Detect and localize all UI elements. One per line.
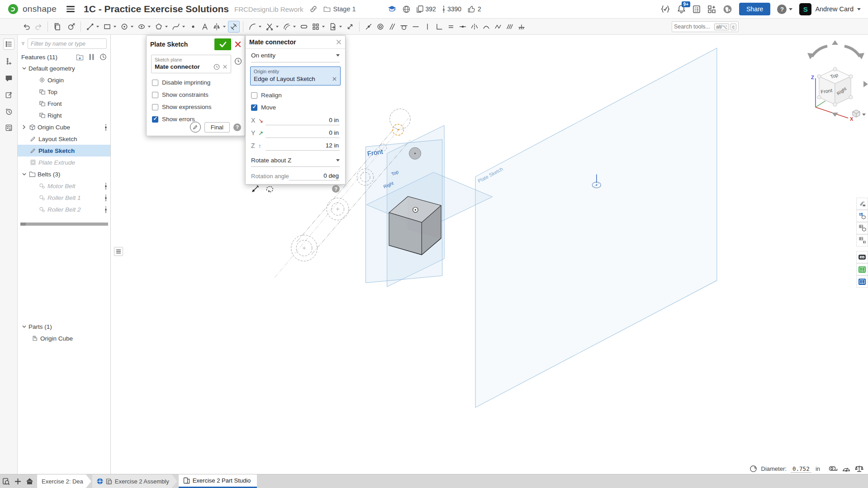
chevron-down-icon[interactable]: [20, 325, 28, 328]
featurescript-panel-icon[interactable]: [856, 251, 868, 263]
stat-views[interactable]: 3390: [442, 5, 461, 13]
new-folder-icon[interactable]: [76, 54, 84, 61]
tree-item-roller-belt-2[interactable]: Roller Belt 2: [18, 204, 110, 215]
fillet-tool-icon[interactable]: [247, 21, 258, 33]
show-constraints-checkbox[interactable]: Show constraints: [152, 89, 245, 101]
text-tool-icon[interactable]: [199, 21, 211, 33]
checkbox-unchecked[interactable]: [152, 104, 158, 110]
education-icon[interactable]: [388, 5, 396, 13]
user-menu[interactable]: S Andrew Card: [799, 3, 861, 15]
offset-tool-icon[interactable]: [281, 21, 293, 33]
pattern-tool-icon[interactable]: [310, 21, 322, 33]
flip-primary-axis-icon[interactable]: [251, 185, 260, 193]
documentation-panel-icon[interactable]: [856, 275, 868, 288]
x-offset-value[interactable]: 0 in: [266, 115, 340, 125]
spline-tool-menu[interactable]: [182, 26, 185, 28]
home-tab-button[interactable]: [24, 474, 35, 488]
cancel-icon[interactable]: [235, 41, 241, 47]
polygon-tool-menu[interactable]: [165, 26, 168, 28]
constraint-coincident-icon[interactable]: [363, 21, 375, 33]
feature-list-panel-icon[interactable]: [3, 38, 14, 50]
search-tools-box[interactable]: alt/⌥ c: [672, 21, 739, 32]
constraint-parallel-icon[interactable]: [386, 21, 398, 33]
ellipse-tool-menu[interactable]: [148, 26, 151, 28]
suppress-pause-icon[interactable]: [89, 54, 94, 60]
tree-item-origin[interactable]: Origin: [18, 74, 110, 86]
move-checkbox[interactable]: Move: [251, 101, 345, 114]
help-icon[interactable]: ?: [332, 185, 340, 193]
section-scale-icon[interactable]: [855, 465, 863, 473]
rotation-angle-value[interactable]: 0 deg: [289, 171, 340, 180]
chevron-down-icon[interactable]: [20, 173, 28, 175]
help-icon[interactable]: ?: [233, 123, 241, 131]
constraint-equal-icon[interactable]: [445, 21, 457, 33]
checkbox-unchecked[interactable]: [152, 92, 158, 98]
search-tools-input[interactable]: [674, 24, 713, 30]
constraint-vertical-icon[interactable]: [422, 21, 433, 33]
close-icon[interactable]: [336, 39, 342, 45]
transform-tool-icon[interactable]: [344, 21, 356, 33]
trim-tool-icon[interactable]: [264, 21, 275, 33]
learning-center-panel-icon[interactable]: [856, 263, 868, 275]
sketch-plane-field[interactable]: Sketch plane Mate connector: [151, 55, 231, 73]
checkbox-checked[interactable]: [251, 104, 257, 111]
show-expressions-checkbox[interactable]: Show expressions: [152, 101, 245, 113]
comments-panel-icon[interactable]: [3, 73, 14, 84]
undo-button[interactable]: [21, 21, 33, 33]
constraint-concentric-icon[interactable]: [375, 21, 386, 33]
chevron-right-icon[interactable]: [20, 125, 28, 129]
tree-item-front-plane[interactable]: Front: [18, 98, 110, 109]
plate-sketch-dialog-header[interactable]: Plate Sketch: [147, 36, 245, 53]
tree-item-plate-sketch[interactable]: Plate Sketch: [18, 145, 110, 156]
checkbox-unchecked[interactable]: [251, 92, 257, 99]
rotation-axis-select[interactable]: Rotate about Z: [251, 154, 340, 167]
main-menu-icon[interactable]: [66, 6, 75, 12]
pattern-tool-menu[interactable]: [322, 26, 325, 28]
slot-tool-icon[interactable]: [298, 21, 310, 33]
tab-exercise-2-part-studio[interactable]: Exercise 2 Part Studio: [179, 474, 257, 488]
mass-properties-icon[interactable]: [842, 465, 851, 473]
tree-item-plate-extrude[interactable]: Plate Extrude: [18, 156, 110, 168]
trim-tool-menu[interactable]: [276, 26, 279, 28]
tree-item-right-plane[interactable]: Right: [18, 109, 110, 121]
tree-item-roller-belt-1[interactable]: Roller Belt 1: [18, 192, 110, 204]
placement-mode-select[interactable]: On entity: [251, 49, 340, 62]
tree-item-origin-cube[interactable]: Origin Cube: [18, 121, 110, 133]
tasks-icon[interactable]: [693, 5, 701, 14]
line-tool-icon[interactable]: [84, 21, 96, 33]
disable-imprinting-checkbox[interactable]: Disable imprinting: [152, 76, 245, 89]
accept-button[interactable]: [214, 38, 231, 50]
final-button[interactable]: Final: [204, 122, 230, 133]
rectangle-tool-icon[interactable]: [101, 21, 113, 33]
ai-assistant-icon[interactable]: [723, 5, 732, 14]
ellipse-tool-icon[interactable]: [136, 21, 147, 33]
share-button[interactable]: Share: [739, 3, 770, 15]
configurations-panel-icon[interactable]: [856, 210, 868, 222]
checkbox-unchecked[interactable]: [152, 80, 158, 86]
constraint-pierce-icon[interactable]: [492, 21, 504, 33]
chevron-down-icon[interactable]: [20, 67, 28, 70]
circle-tool-menu[interactable]: [131, 26, 133, 28]
link-icon[interactable]: [310, 5, 317, 13]
rollback-bar[interactable]: [20, 223, 108, 226]
tree-item-top-plane[interactable]: Top: [18, 86, 110, 98]
tree-item-layout-sketch[interactable]: Layout Sketch: [18, 133, 110, 145]
cube-origin-marker[interactable]: [413, 207, 418, 212]
constraint-fix-icon[interactable]: [516, 21, 527, 33]
paste-sketch-icon[interactable]: [51, 21, 63, 33]
part-item-origin-cube[interactable]: Origin Cube: [18, 332, 110, 344]
notifications-bell-icon[interactable]: 9+: [677, 5, 686, 14]
offset-tool-menu[interactable]: [293, 26, 296, 28]
plate-sketch-plane[interactable]: Plate Sketch: [475, 48, 717, 407]
constraint-tangent-icon[interactable]: [398, 21, 410, 33]
fillet-tool-menu[interactable]: [259, 26, 261, 28]
history-panel-icon[interactable]: [3, 106, 14, 117]
y-offset-value[interactable]: 0 in: [266, 128, 340, 138]
constraint-horizontal-icon[interactable]: [410, 21, 422, 33]
tab-exercise-2-assembly[interactable]: Exercise 2 Assembly: [92, 474, 177, 488]
insert-dxf-icon[interactable]: [327, 21, 339, 33]
constraint-normal-icon[interactable]: [480, 21, 492, 33]
diameter-input[interactable]: [791, 465, 811, 473]
polygon-tool-icon[interactable]: [153, 21, 165, 33]
mirror-tool-menu[interactable]: [223, 26, 226, 28]
